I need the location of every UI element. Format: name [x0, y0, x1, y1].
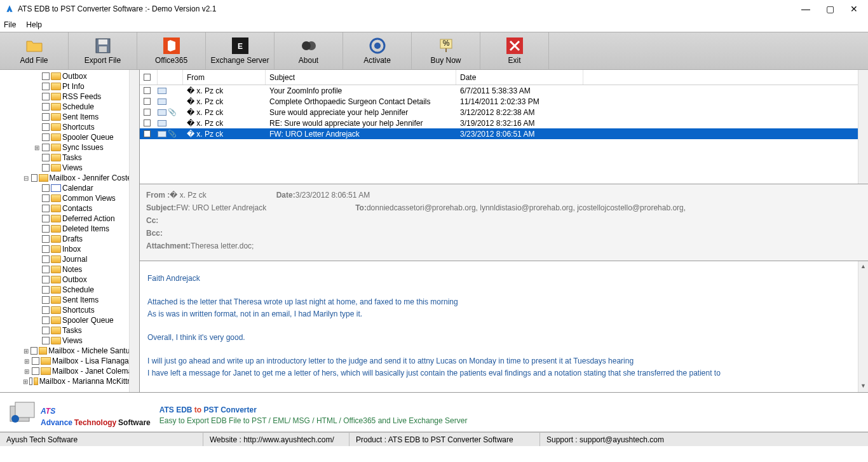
- tree-item[interactable]: Tasks: [0, 325, 139, 336]
- tree-item[interactable]: Notes: [0, 264, 139, 275]
- message-row[interactable]: 📎� x. Pz ckSure would appreciate your he…: [140, 107, 868, 118]
- tree-item[interactable]: Views: [0, 163, 139, 173]
- tree-checkbox[interactable]: [42, 123, 50, 131]
- expand-icon[interactable]: ⊞: [23, 378, 28, 385]
- tree-checkbox[interactable]: [42, 337, 50, 344]
- activate-button[interactable]: Activate: [343, 32, 412, 69]
- col-from[interactable]: From: [183, 70, 266, 85]
- tree-checkbox[interactable]: [42, 113, 50, 121]
- tree-item[interactable]: Journal: [0, 254, 139, 264]
- tree-checkbox[interactable]: [42, 255, 50, 263]
- export-file-button[interactable]: Export File: [69, 32, 137, 69]
- tree-checkbox[interactable]: [42, 194, 50, 202]
- tree-checkbox[interactable]: [42, 144, 50, 151]
- tree-item[interactable]: Schedule: [0, 102, 139, 112]
- tree-checkbox[interactable]: [42, 235, 50, 243]
- tree-checkbox[interactable]: [42, 306, 50, 314]
- tree-item[interactable]: ⊞Mailbox - Lisa Flanagan: [0, 356, 139, 366]
- row-checkbox[interactable]: [144, 119, 151, 126]
- preview-scrollbar[interactable]: [858, 261, 868, 392]
- message-row[interactable]: � x. Pz ckRE: Sure would appreciate your…: [140, 118, 868, 128]
- tree-item[interactable]: Schedule: [0, 285, 139, 295]
- tree-checkbox[interactable]: [42, 245, 50, 253]
- mailbox-tree[interactable]: OutboxPt InfoRSS FeedsScheduleSent Items…: [0, 70, 140, 392]
- expand-icon[interactable]: ⊞: [33, 144, 41, 151]
- tree-item[interactable]: Outbox: [0, 71, 139, 81]
- tree-checkbox[interactable]: [32, 367, 39, 375]
- tree-checkbox[interactable]: [42, 225, 50, 233]
- tree-item[interactable]: ⊞Mailbox - Michele Santucci: [0, 346, 139, 356]
- buy-now-button[interactable]: % Buy Now: [412, 32, 480, 69]
- select-all-checkbox[interactable]: [144, 74, 151, 81]
- tree-checkbox[interactable]: [31, 174, 38, 182]
- tree-item[interactable]: Drafts: [0, 234, 139, 244]
- col-date[interactable]: Date: [456, 70, 583, 85]
- tree-item[interactable]: Shortcuts: [0, 122, 139, 132]
- row-checkbox[interactable]: [144, 98, 151, 105]
- expand-icon[interactable]: ⊞: [23, 348, 29, 355]
- tree-checkbox[interactable]: [42, 276, 50, 283]
- tree-checkbox[interactable]: [42, 103, 50, 111]
- tree-checkbox[interactable]: [42, 133, 50, 141]
- message-row[interactable]: 📎� x. Pz ckFW: URO Letter Andrejack3/23/…: [140, 128, 868, 139]
- tree-checkbox[interactable]: [42, 72, 50, 80]
- tree-checkbox[interactable]: [32, 357, 39, 365]
- tree-checkbox[interactable]: [42, 327, 50, 334]
- tree-scrollbar[interactable]: [129, 70, 139, 392]
- tree-checkbox[interactable]: [42, 296, 50, 304]
- tree-item[interactable]: Common Views: [0, 193, 139, 203]
- tree-item[interactable]: Deferred Action: [0, 214, 139, 224]
- list-scrollbar[interactable]: [858, 70, 868, 184]
- tree-checkbox[interactable]: [42, 205, 50, 212]
- tree-checkbox[interactable]: [42, 164, 50, 172]
- tree-item[interactable]: Inbox: [0, 244, 139, 254]
- tree-item[interactable]: RSS Feeds: [0, 92, 139, 102]
- tree-item[interactable]: Spooler Queue: [0, 132, 139, 142]
- tree-checkbox[interactable]: [31, 347, 37, 355]
- maximize-button[interactable]: ▢: [825, 4, 835, 14]
- exit-button[interactable]: Exit: [480, 32, 549, 69]
- tree-checkbox[interactable]: [42, 316, 50, 324]
- expand-icon[interactable]: ⊞: [23, 358, 31, 365]
- message-row[interactable]: � x. Pz ckYour ZoomInfo profile6/7/2011 …: [140, 85, 868, 96]
- tree-item[interactable]: Pt Info: [0, 81, 139, 92]
- tree-checkbox[interactable]: [29, 377, 32, 385]
- tree-checkbox[interactable]: [42, 286, 50, 294]
- tree-item[interactable]: Outbox: [0, 275, 139, 285]
- tree-item[interactable]: ⊞Sync Issues: [0, 142, 139, 153]
- close-button[interactable]: ✕: [849, 4, 859, 14]
- row-checkbox[interactable]: [144, 130, 151, 137]
- tree-checkbox[interactable]: [42, 184, 50, 192]
- row-checkbox[interactable]: [144, 109, 151, 116]
- message-row[interactable]: � x. Pz ckComplete Orthopaedic Surgeon C…: [140, 96, 868, 107]
- col-subject[interactable]: Subject: [266, 70, 456, 85]
- tree-item[interactable]: Shortcuts: [0, 305, 139, 315]
- collapse-icon[interactable]: ⊟: [23, 175, 30, 182]
- tree-checkbox[interactable]: [42, 215, 50, 222]
- about-button[interactable]: About: [275, 32, 343, 69]
- menu-file[interactable]: File: [4, 20, 16, 29]
- tree-item[interactable]: ⊞Mailbox - Janet Coleman: [0, 366, 139, 376]
- tree-item[interactable]: Sent Items: [0, 112, 139, 122]
- office365-button[interactable]: Office365: [137, 32, 206, 69]
- add-file-button[interactable]: Add File: [0, 32, 69, 69]
- tree-item[interactable]: Contacts: [0, 203, 139, 214]
- tree-checkbox[interactable]: [42, 93, 50, 100]
- tree-item[interactable]: ⊟Mailbox - Jennifer Costello: [0, 173, 139, 183]
- expand-icon[interactable]: ⊞: [23, 368, 31, 375]
- tree-item[interactable]: Calendar: [0, 183, 139, 193]
- tree-item[interactable]: Views: [0, 336, 139, 346]
- row-checkbox[interactable]: [144, 87, 151, 94]
- minimize-button[interactable]: —: [801, 4, 811, 14]
- tree-checkbox[interactable]: [42, 266, 50, 273]
- tree-item[interactable]: Tasks: [0, 153, 139, 163]
- menu-help[interactable]: Help: [26, 20, 42, 29]
- tree-checkbox[interactable]: [42, 154, 50, 161]
- tree-item[interactable]: Sent Items: [0, 295, 139, 305]
- tree-item[interactable]: Deleted Items: [0, 224, 139, 234]
- tree-item[interactable]: ⊞Mailbox - Marianna McKittrick: [0, 376, 139, 386]
- exchange-server-button[interactable]: E Exchange Server: [206, 32, 275, 69]
- tree-item[interactable]: Spooler Queue: [0, 315, 139, 325]
- tree-checkbox[interactable]: [42, 83, 50, 90]
- message-list[interactable]: From Subject Date � x. Pz ckYour ZoomInf…: [140, 70, 868, 184]
